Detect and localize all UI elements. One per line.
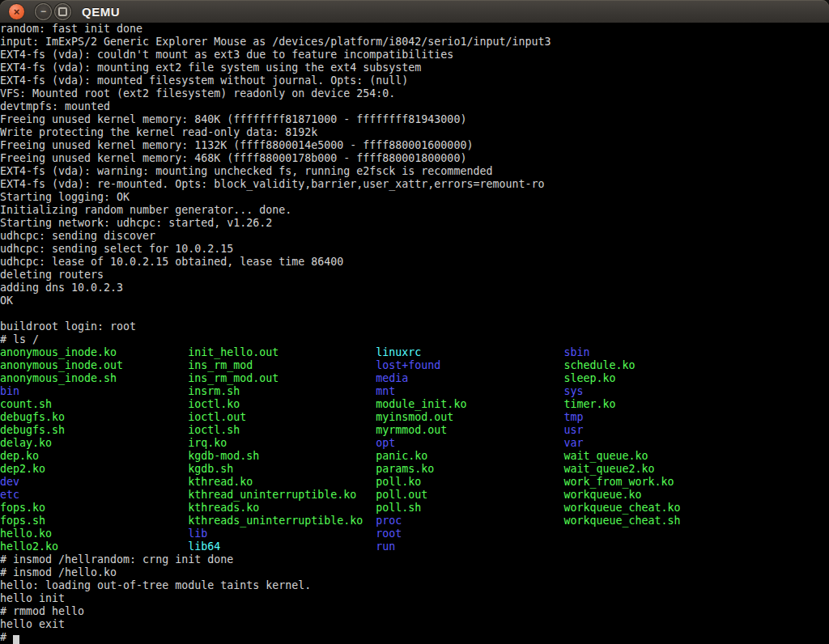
terminal-line: hello exit xyxy=(0,618,829,631)
terminal-line: Initializing random number generator... … xyxy=(0,204,829,217)
ls-entry: dep2.ko xyxy=(0,463,188,476)
terminal-line: adding dns 10.0.2.3 xyxy=(0,282,829,294)
terminal-line: hello init xyxy=(0,592,829,605)
ls-entry: var xyxy=(563,437,583,449)
ls-entry: ins_rm_mod.out xyxy=(188,372,376,385)
ls-row: hello.kolibroot xyxy=(0,527,829,540)
ls-entry: module_init.ko xyxy=(376,398,563,411)
minimize-button[interactable]: − xyxy=(35,3,52,20)
ls-row: anonymous_inode.koinit_hello.outlinuxrcs… xyxy=(0,346,829,359)
terminal-line: Starting logging: OK xyxy=(0,191,829,204)
ls-entry: init_hello.out xyxy=(188,346,376,359)
ls-entry: lost+found xyxy=(376,359,563,372)
terminal-screen[interactable]: random: fast init doneinput: ImExPS/2 Ge… xyxy=(0,23,829,644)
ls-row: hello2.kolib64run xyxy=(0,540,829,553)
ls-row: dep.kokgdb-mod.shpanic.kowait_queue.ko xyxy=(0,450,829,463)
ls-entry: kthread.ko xyxy=(188,476,376,489)
ls-entry: panic.ko xyxy=(376,450,563,463)
terminal-line: EXT4-fs (vda): re-mounted. Opts: block_v… xyxy=(0,178,829,191)
ls-entry: mnt xyxy=(376,385,563,398)
terminal-line xyxy=(0,307,829,320)
close-button[interactable]: × xyxy=(8,3,25,20)
minimize-icon: − xyxy=(40,6,46,16)
terminal-line: udhcpc: sending select for 10.0.2.15 xyxy=(0,243,829,256)
ls-entry: anonymous_inode.sh xyxy=(0,372,188,385)
ls-entry: opt xyxy=(376,437,563,450)
terminal-line: deleting routers xyxy=(0,269,829,282)
ls-entry: hello2.ko xyxy=(0,540,188,553)
terminal-line: buildroot login: root xyxy=(0,320,829,333)
ls-row: devkthread.kopoll.kowork_from_work.ko xyxy=(0,476,829,489)
ls-entry: delay.ko xyxy=(0,437,188,450)
terminal-line: Freeing unused kernel memory: 840K (ffff… xyxy=(0,113,829,126)
maximize-button[interactable] xyxy=(54,3,71,20)
terminal-line: hello: loading out-of-tree module taints… xyxy=(0,579,829,592)
ls-row: count.shioctl.komodule_init.kotimer.ko xyxy=(0,398,829,411)
qemu-window: × − QEMU random: fast init doneinput: Im… xyxy=(0,0,829,644)
ls-entry: params.ko xyxy=(376,463,563,476)
terminal-line: udhcpc: lease of 10.0.2.15 obtained, lea… xyxy=(0,256,829,269)
ls-entry: ins_rm_mod xyxy=(188,359,376,372)
ls-entry: wait_queue.ko xyxy=(563,450,648,462)
ls-entry: run xyxy=(376,540,563,553)
terminal-line: Freeing unused kernel memory: 468K (ffff… xyxy=(0,152,829,165)
ls-row: bininsrm.shmntsys xyxy=(0,385,829,398)
ls-entry: poll.ko xyxy=(376,476,563,489)
ls-entry: workqueue_cheat.sh xyxy=(563,515,680,527)
window-title: QEMU xyxy=(82,5,120,19)
prompt-line: # xyxy=(0,631,829,644)
ls-row: anonymous_inode.shins_rm_mod.outmediasle… xyxy=(0,372,829,385)
ls-entry: lib xyxy=(188,527,376,540)
terminal-content: random: fast init doneinput: ImExPS/2 Ge… xyxy=(0,23,829,644)
ls-entry: timer.ko xyxy=(563,398,615,410)
ls-row: fops.shkthreads_uninterruptible.koprocwo… xyxy=(0,515,829,527)
ls-entry: sbin xyxy=(563,346,589,358)
maximize-icon xyxy=(58,7,67,16)
terminal-line: EXT4-fs (vda): couldn't mount as ext3 du… xyxy=(0,49,829,61)
ls-entry: media xyxy=(376,372,563,385)
ls-entry: ioctl.out xyxy=(188,411,376,424)
ls-entry: ioctl.ko xyxy=(188,398,376,411)
ls-row: dep2.kokgdb.shparams.kowait_queue2.ko xyxy=(0,463,829,476)
terminal-line: # insmod /hello.ko xyxy=(0,566,829,579)
terminal-line: # rmmod hello xyxy=(0,605,829,618)
ls-entry: tmp xyxy=(563,411,583,423)
terminal-line: udhcpc: sending discover xyxy=(0,230,829,243)
ls-entry: poll.sh xyxy=(376,502,563,515)
terminal-line: EXT4-fs (vda): warning: mounting uncheck… xyxy=(0,165,829,178)
ls-entry: usr xyxy=(563,424,583,436)
ls-entry: irq.ko xyxy=(188,437,376,450)
terminal-line: input: ImExPS/2 Generic Explorer Mouse a… xyxy=(0,36,829,49)
ls-entry: fops.sh xyxy=(0,515,188,527)
ls-entry: anonymous_inode.out xyxy=(0,359,188,372)
ls-entry: count.sh xyxy=(0,398,188,411)
titlebar[interactable]: × − QEMU xyxy=(0,0,829,23)
ls-entry: proc xyxy=(376,515,563,527)
close-icon: × xyxy=(14,6,20,17)
ls-entry: poll.out xyxy=(376,489,563,502)
terminal-line: EXT4-fs (vda): mounting ext2 file system… xyxy=(0,61,829,74)
ls-entry: sys xyxy=(563,385,583,397)
ls-entry: dep.ko xyxy=(0,450,188,463)
ls-entry: dev xyxy=(0,476,188,489)
ls-entry: workqueue_cheat.ko xyxy=(563,502,680,514)
ls-entry: myinsmod.out xyxy=(376,411,563,424)
terminal-line: OK xyxy=(0,294,829,307)
terminal-line: EXT4-fs (vda): mounted filesystem withou… xyxy=(0,74,829,87)
terminal-line: devtmpfs: mounted xyxy=(0,100,829,113)
terminal-line: VFS: Mounted root (ext2 filesystem) read… xyxy=(0,87,829,100)
ls-entry: schedule.ko xyxy=(563,359,635,371)
ls-row: anonymous_inode.outins_rm_modlost+founds… xyxy=(0,359,829,372)
ls-entry: hello.ko xyxy=(0,527,188,540)
terminal-line: # ls / xyxy=(0,333,829,346)
ls-entry: debugfs.ko xyxy=(0,411,188,424)
ls-entry: lib64 xyxy=(188,540,376,553)
ls-entry: ioctl.sh xyxy=(188,424,376,437)
terminal-cursor xyxy=(13,635,19,644)
terminal-line: Write protecting the kernel read-only da… xyxy=(0,126,829,139)
ls-entry: kthreads.ko xyxy=(188,502,376,515)
ls-entry: fops.ko xyxy=(0,502,188,515)
ls-row: debugfs.shioctl.shmyrmmod.outusr xyxy=(0,424,829,437)
terminal-line: Freeing unused kernel memory: 1132K (fff… xyxy=(0,139,829,152)
ls-entry: debugfs.sh xyxy=(0,424,188,437)
